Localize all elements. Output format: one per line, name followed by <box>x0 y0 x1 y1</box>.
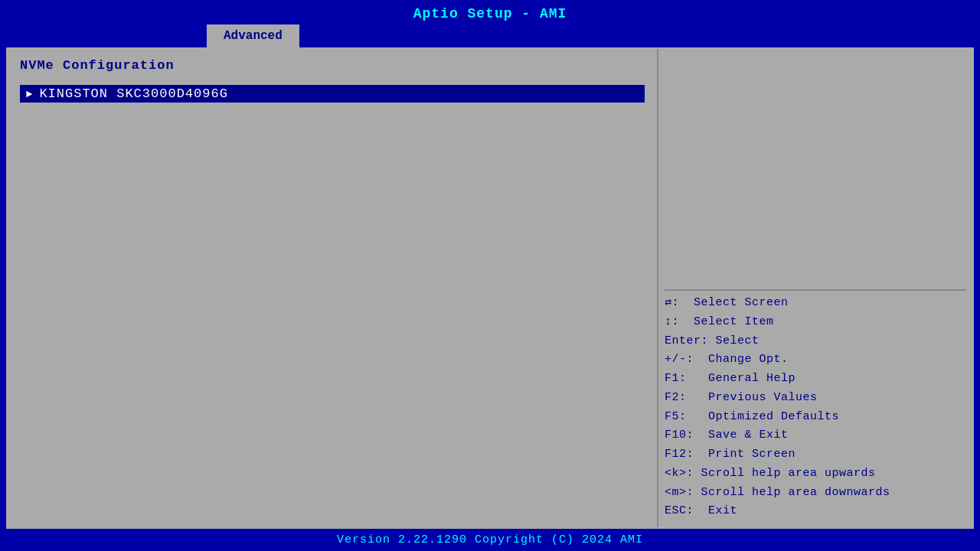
menu-item-kingston[interactable]: ► KINGSTON SKC3000D4096G <box>20 85 645 103</box>
right-panel: ⇄: Select Screen ↕: Select Item Enter: S… <box>658 49 972 527</box>
help-f1: F1: General Help <box>665 370 966 389</box>
help-enter-select: Enter: Select <box>665 332 966 351</box>
arrow-icon: ► <box>26 88 33 100</box>
left-panel: NVMe Configuration ► KINGSTON SKC3000D40… <box>8 49 658 527</box>
main-content: NVMe Configuration ► KINGSTON SKC3000D40… <box>6 47 974 529</box>
help-f2: F2: Previous Values <box>665 389 966 408</box>
divider <box>665 289 966 291</box>
help-f5: F5: Optimized Defaults <box>665 408 966 427</box>
help-area-top <box>665 55 966 286</box>
footer: Version 2.22.1290 Copyright (C) 2024 AMI <box>0 529 980 551</box>
app-title: Aptio Setup - AMI <box>413 6 567 21</box>
tab-bar: Advanced <box>0 24 980 47</box>
help-keys: ⇄: Select Screen ↕: Select Item Enter: S… <box>665 294 966 521</box>
help-k: <k>: Scroll help area upwards <box>665 465 966 484</box>
section-title: NVMe Configuration <box>20 58 645 73</box>
help-change-opt: +/-: Change Opt. <box>665 350 966 370</box>
app: Aptio Setup - AMI Advanced NVMe Configur… <box>0 0 980 551</box>
title-bar: Aptio Setup - AMI <box>0 0 980 24</box>
help-esc: ESC: Exit <box>665 502 966 521</box>
help-m: <m>: Scroll help area downwards <box>665 484 966 503</box>
help-f10: F10: Save & Exit <box>665 426 966 445</box>
help-select-screen: ⇄: Select Screen <box>665 294 966 313</box>
footer-text: Version 2.22.1290 Copyright (C) 2024 AMI <box>337 533 643 546</box>
tab-advanced[interactable]: Advanced <box>207 24 299 47</box>
help-select-item: ↕: Select Item <box>665 313 966 332</box>
help-f12: F12: Print Screen <box>665 445 966 465</box>
menu-item-label: KINGSTON SKC3000D4096G <box>39 86 227 101</box>
